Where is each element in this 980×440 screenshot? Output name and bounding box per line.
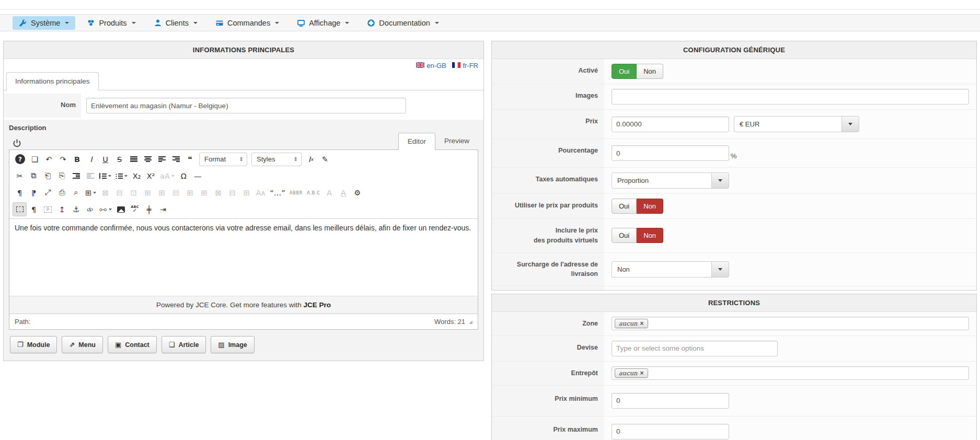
toggle-non-button[interactable]: Non: [637, 228, 663, 243]
redo-icon[interactable]: ↷: [56, 152, 70, 166]
abbreviation-icon[interactable]: ABBR: [287, 186, 305, 200]
subscript-icon[interactable]: X₂: [130, 169, 144, 183]
cut-icon[interactable]: ✂: [13, 169, 27, 183]
insert-contact-button[interactable]: ▣ Contact: [108, 336, 157, 353]
nom-input[interactable]: [86, 98, 406, 113]
description-label: Description: [9, 124, 478, 132]
active-toggle[interactable]: Oui Non: [612, 64, 663, 79]
insert-article-button[interactable]: ❏ Article: [162, 336, 206, 353]
align-center-icon[interactable]: [141, 152, 155, 166]
copy-icon[interactable]: ⧉: [27, 169, 41, 183]
menu-documentation[interactable]: Documentation: [361, 16, 445, 30]
lang-link-en-gb[interactable]: en-GB: [416, 62, 446, 70]
toggle-oui-button[interactable]: Oui: [612, 228, 637, 243]
styles-select[interactable]: Styles ⇕: [251, 153, 302, 166]
preferences-gear-icon[interactable]: ⚙: [350, 186, 364, 200]
tab-informations-principales[interactable]: Informations principales: [6, 72, 99, 90]
visual-aid-icon[interactable]: [13, 202, 27, 216]
devise-input[interactable]: [612, 341, 778, 356]
visual-blocks-icon[interactable]: P: [41, 202, 55, 216]
align-justify-icon[interactable]: [126, 152, 141, 166]
table-icon[interactable]: ⊞: [83, 186, 98, 200]
editor-content[interactable]: Une fois votre commande confirmée, nous …: [9, 218, 478, 296]
format-select[interactable]: Format ⇕: [199, 153, 247, 166]
surcharge-adresse-select[interactable]: Non: [612, 261, 729, 277]
fullscreen-icon[interactable]: ⤢: [41, 186, 55, 200]
italic-icon[interactable]: I: [84, 152, 98, 166]
insert-image-icon[interactable]: [114, 202, 128, 216]
prix-maximum-input[interactable]: [612, 424, 729, 439]
paste-as-text-icon[interactable]: ⎘: [55, 169, 69, 183]
eraser-icon[interactable]: ✎: [318, 152, 332, 166]
tag-aucun[interactable]: aucun ×: [615, 319, 648, 328]
toggle-oui-button[interactable]: Oui: [612, 199, 637, 214]
pagebreak-icon[interactable]: ╪: [142, 202, 156, 216]
anchor-icon[interactable]: ⚓: [69, 202, 83, 216]
underline-icon[interactable]: U: [98, 152, 112, 166]
rtl-paragraph-icon[interactable]: ¶: [27, 186, 41, 200]
align-right-icon[interactable]: [169, 152, 183, 166]
paste-icon[interactable]: ⎗: [41, 169, 55, 183]
spellcheck-icon[interactable]: ABC✓: [128, 202, 142, 216]
insert-image-button[interactable]: ▨ Image: [211, 336, 254, 353]
bold-icon[interactable]: B: [70, 152, 84, 166]
tag-aucun[interactable]: aucun ×: [615, 368, 648, 378]
toggle-non-button[interactable]: Non: [637, 64, 663, 79]
help-icon[interactable]: ?: [15, 154, 25, 164]
link-icon[interactable]: ⧟: [97, 202, 114, 216]
superscript-icon[interactable]: X²: [144, 169, 158, 183]
ltr-paragraph-icon[interactable]: ¶: [13, 186, 27, 200]
lang-link-fr-fr[interactable]: fr-FR: [452, 62, 478, 70]
insert-module-button[interactable]: ❐ Module: [10, 336, 57, 353]
undo-icon[interactable]: ↶: [42, 152, 56, 166]
remove-tag-icon[interactable]: ×: [640, 369, 644, 377]
zone-tag-input[interactable]: aucun ×: [612, 317, 969, 330]
prix-minimum-input[interactable]: [612, 393, 729, 409]
word-count-area: Words: 21 ◢: [434, 318, 472, 326]
tab-editor[interactable]: Editor: [398, 133, 435, 150]
print-icon[interactable]: ⎙: [55, 186, 69, 200]
readmore-icon[interactable]: ⇥: [156, 202, 170, 216]
ordered-list-icon[interactable]: [97, 169, 113, 183]
template-icon[interactable]: ↥: [55, 202, 69, 216]
new-document-icon[interactable]: ❏: [28, 152, 42, 166]
blockquote-icon[interactable]: ❝: [183, 152, 197, 166]
horizontal-rule-icon[interactable]: —: [191, 169, 205, 183]
acronym-icon[interactable]: A.B.C: [305, 186, 322, 200]
menu-commandes[interactable]: Commandes: [209, 16, 285, 30]
select-caret-button[interactable]: [711, 262, 729, 277]
prix-input[interactable]: [612, 117, 729, 132]
indent-icon[interactable]: [69, 169, 83, 183]
clear-formatting-icon[interactable]: Ix: [304, 152, 318, 166]
search-icon[interactable]: ⌕: [69, 186, 83, 200]
toggle-non-button[interactable]: Non: [637, 199, 663, 214]
select-caret-button[interactable]: [711, 173, 729, 188]
quotes-icon[interactable]: “…”: [268, 186, 287, 200]
unlink-icon[interactable]: ⧞: [83, 202, 97, 216]
images-input[interactable]: [612, 89, 969, 105]
menu-affichage[interactable]: Affichage: [291, 16, 355, 30]
align-left-icon[interactable]: [155, 152, 169, 166]
inclure-prix-toggle[interactable]: Oui Non: [612, 228, 663, 243]
toggle-oui-button[interactable]: Oui: [612, 64, 637, 79]
select-caret-button[interactable]: [841, 117, 859, 132]
menu-clients[interactable]: Clients: [147, 16, 204, 30]
menu-produits[interactable]: Produits: [80, 16, 142, 30]
menu-systeme[interactable]: Système: [13, 16, 75, 30]
currency-select[interactable]: € EUR: [734, 116, 859, 132]
entrepot-tag-input[interactable]: aucun ×: [612, 366, 969, 380]
visual-chars-icon[interactable]: ¶: [27, 202, 41, 216]
prix-par-produits-toggle[interactable]: Oui Non: [612, 199, 663, 214]
remove-tag-icon[interactable]: ×: [640, 320, 644, 327]
strikethrough-icon[interactable]: S: [112, 152, 126, 166]
taxes-select[interactable]: Proportion: [612, 172, 729, 189]
jce-pro-link[interactable]: JCE Pro: [303, 301, 331, 309]
devise-label: Devise: [492, 336, 604, 361]
pourcentage-input[interactable]: [612, 145, 729, 161]
tab-preview[interactable]: Preview: [435, 133, 478, 149]
editor-toggle-power-icon[interactable]: [12, 138, 22, 148]
special-character-icon[interactable]: Ω: [177, 169, 191, 183]
insert-menu-button[interactable]: ⇗ Menu: [62, 336, 103, 353]
resize-grip-icon[interactable]: ◢: [469, 319, 472, 325]
unordered-list-icon[interactable]: [113, 169, 130, 183]
